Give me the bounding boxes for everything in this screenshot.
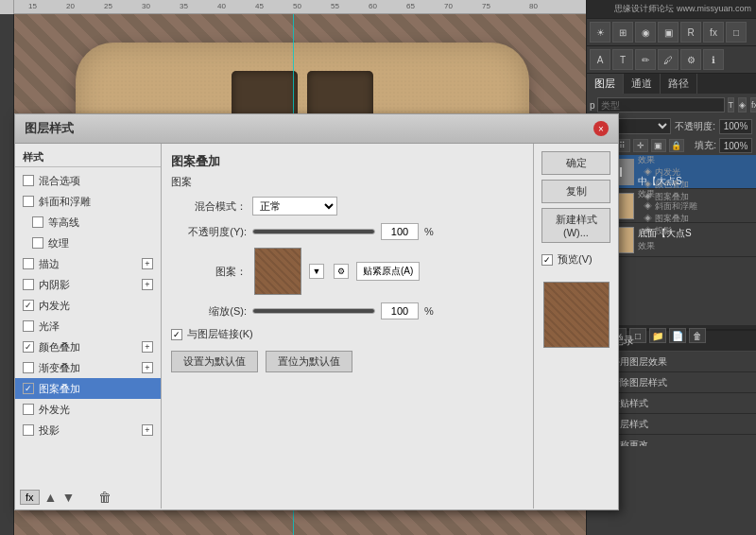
opacity-slider-track[interactable]: [252, 229, 375, 234]
lock-fill-btn[interactable]: ▣: [651, 139, 666, 152]
blend-mode-select[interactable]: 正常: [252, 197, 337, 216]
tool-t[interactable]: T: [612, 49, 633, 70]
tab-layers[interactable]: 图层: [587, 74, 624, 94]
preview-row: ✓ 预览(V): [541, 252, 610, 267]
styles-down-btn[interactable]: ▼: [61, 490, 75, 505]
tool-pen[interactable]: 🖊: [658, 49, 679, 70]
close-icon: ×: [598, 124, 604, 134]
search-p-label: p: [590, 100, 595, 111]
style-texture[interactable]: 纹理: [15, 233, 161, 253]
tool-eye2[interactable]: ◉: [635, 22, 656, 43]
pattern-row: 图案： ▼ ⚙ 贴紧原点(A): [171, 248, 524, 295]
scale-unit: %: [424, 305, 434, 317]
style-drop-shadow[interactable]: 投影 +: [15, 420, 161, 440]
fill-label: 填充:: [695, 139, 716, 152]
style-contour[interactable]: 等高线: [15, 212, 161, 233]
style-checkbox-bevel: [23, 196, 34, 207]
tab-paths[interactable]: 路径: [661, 74, 697, 94]
opacity-label-dialog: 不透明度(Y):: [171, 225, 247, 239]
ps-toolbar-row-2: A T ✏ 🖊 ⚙ ℹ: [587, 46, 756, 74]
pattern-snap-btn[interactable]: 贴紧原点(A): [356, 262, 420, 281]
layers-filter2-btn[interactable]: ◈: [738, 97, 747, 112]
style-label-outer-glow: 外发光: [39, 403, 70, 417]
dialog-close-btn[interactable]: ×: [593, 121, 609, 136]
opacity-input[interactable]: [719, 119, 752, 134]
ps-toolbar-row-1: ☀ ⊞ ◉ ▣ R fx □: [587, 19, 756, 46]
style-pattern-overlay[interactable]: ✓ 图案叠加: [15, 378, 161, 399]
preview-checkbox[interactable]: ✓: [541, 254, 553, 266]
tool-brush[interactable]: ✏: [635, 49, 656, 70]
style-add-color-overlay[interactable]: +: [142, 341, 153, 353]
tool-square[interactable]: □: [726, 22, 747, 43]
fill-input[interactable]: [719, 138, 752, 153]
style-outer-glow[interactable]: 外发光: [15, 399, 161, 420]
dialog-body: 样式 混合选项 斜面和浮雕 等高线 纹理: [15, 144, 618, 509]
style-label-contour: 等高线: [48, 216, 79, 230]
scale-value-input[interactable]: [381, 302, 419, 319]
opacity-row: 不透明度(Y): %: [171, 223, 524, 240]
dialog-title-bar: 图层样式 ×: [15, 114, 618, 144]
link-checkbox-row: ✓ 与图层链接(K): [171, 327, 524, 341]
lock-move-btn[interactable]: ✛: [633, 139, 648, 152]
style-inner-shadow[interactable]: 内阴影 +: [15, 274, 161, 295]
link-checkbox[interactable]: ✓: [171, 329, 182, 340]
new-layer-btn[interactable]: 📄: [669, 328, 686, 343]
tool-r[interactable]: R: [680, 22, 701, 43]
style-checkbox-texture: [32, 237, 43, 249]
style-add-gradient-overlay[interactable]: +: [142, 362, 153, 373]
style-gradient-overlay[interactable]: 渐变叠加 +: [15, 357, 161, 378]
style-label-bevel: 斜面和浮雕: [39, 195, 91, 209]
style-label-stroke: 描边: [39, 257, 60, 271]
tool-a[interactable]: A: [590, 49, 610, 70]
layers-tabs: 图层 通道 路径: [587, 74, 756, 94]
tool-grid[interactable]: ⊞: [612, 22, 633, 43]
pattern-options-btn[interactable]: ⚙: [334, 264, 349, 279]
ok-btn[interactable]: 确定: [541, 151, 610, 175]
tool-3d[interactable]: ▣: [658, 22, 679, 43]
style-label-inner-glow: 内发光: [39, 299, 70, 313]
pattern-label: 图案：: [171, 265, 247, 279]
layers-search-input[interactable]: [597, 97, 725, 112]
new-group-btn[interactable]: 📁: [649, 328, 666, 343]
tab-channels[interactable]: 通道: [624, 74, 661, 94]
styles-up-btn[interactable]: ▲: [44, 490, 58, 505]
new-style-btn[interactable]: 新建样式(W)...: [541, 208, 610, 243]
layer-pattern-2: ◈ 图案叠加: [638, 213, 752, 225]
style-checkbox-inner-shadow: [23, 279, 34, 290]
style-add-stroke[interactable]: +: [142, 258, 153, 269]
layer-bevel-2: ◈ 斜面和浮雕: [638, 200, 752, 213]
layers-filter3-btn[interactable]: fx: [750, 97, 756, 112]
tool-fx[interactable]: fx: [703, 22, 724, 43]
lock-all-btn[interactable]: 🔒: [669, 139, 684, 152]
style-satin[interactable]: 光泽: [15, 316, 161, 337]
style-checkbox-drop-shadow: [23, 424, 34, 436]
style-stroke[interactable]: 描边 +: [15, 253, 161, 274]
styles-delete-btn[interactable]: 🗑: [98, 490, 112, 505]
set-default-btn[interactable]: 设置为默认值: [171, 351, 258, 372]
pattern-dropdown-btn[interactable]: ▼: [309, 264, 324, 279]
layer-name-3: 底面【大点S: [638, 227, 752, 240]
delete-layer-btn[interactable]: 🗑: [689, 328, 706, 343]
style-checkbox-pattern-overlay: ✓: [23, 383, 34, 394]
style-label-blend: 混合选项: [39, 174, 80, 188]
style-add-inner-shadow[interactable]: +: [142, 279, 153, 290]
style-add-drop-shadow[interactable]: +: [142, 424, 153, 436]
layers-filter-btn[interactable]: T: [728, 97, 735, 112]
style-label-texture: 纹理: [48, 236, 69, 250]
style-checkbox-contour: [32, 216, 43, 228]
scale-slider-track[interactable]: [252, 308, 375, 314]
style-checkbox-inner-glow: ✓: [23, 300, 34, 311]
tool-settings[interactable]: ⚙: [680, 49, 701, 70]
style-label-pattern-overlay: 图案叠加: [39, 382, 80, 396]
tool-info[interactable]: ℹ: [703, 49, 724, 70]
opacity-value-input[interactable]: [381, 223, 419, 240]
tool-sun[interactable]: ☀: [590, 22, 610, 43]
section-title: 图案叠加: [171, 153, 524, 170]
copy-btn[interactable]: 复制: [541, 180, 610, 203]
style-blending-options[interactable]: 混合选项: [15, 170, 161, 191]
reset-default-btn[interactable]: 置位为默认值: [266, 351, 352, 372]
style-bevel-emboss[interactable]: 斜面和浮雕: [15, 191, 161, 212]
style-color-overlay[interactable]: ✓ 颜色叠加 +: [15, 337, 161, 357]
style-inner-glow[interactable]: ✓ 内发光: [15, 295, 161, 316]
fx-button[interactable]: fx: [20, 490, 40, 505]
